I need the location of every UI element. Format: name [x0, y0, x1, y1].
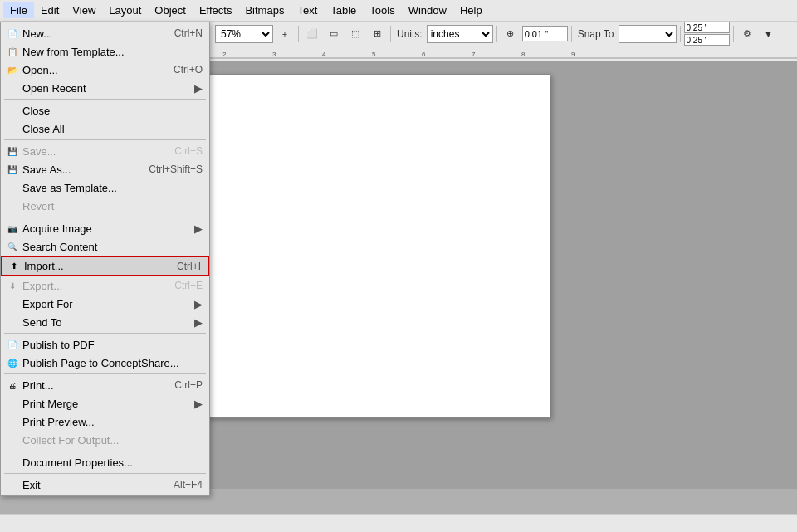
- acquire-icon: 📷: [6, 222, 19, 235]
- page-btn1[interactable]: ⬜: [302, 24, 322, 44]
- menu-item-print[interactable]: 🖨 Print... Ctrl+P: [1, 376, 209, 394]
- sep7: [571, 26, 572, 42]
- menu-bitmaps[interactable]: Bitmaps: [238, 2, 291, 18]
- menu-item-publish-concept[interactable]: 🌐 Publish Page to ConceptShare...: [1, 354, 209, 372]
- sep-4: [4, 333, 206, 334]
- dropdown-menu-content: 📄 New... Ctrl+N 📋 New from Template... 📂…: [0, 22, 210, 496]
- sep5: [390, 26, 391, 42]
- menu-item-doc-properties[interactable]: Document Properties...: [1, 453, 209, 471]
- svg-text:2: 2: [222, 51, 227, 58]
- publish-pdf-icon: 📄: [6, 338, 19, 351]
- save-as-icon: 💾: [6, 163, 19, 176]
- new-template-icon: 📋: [6, 45, 19, 58]
- units-label: Units:: [394, 28, 425, 40]
- menu-item-close-all[interactable]: Close All: [1, 120, 209, 138]
- menu-object[interactable]: Object: [148, 2, 193, 18]
- menu-item-print-preview[interactable]: Print Preview...: [1, 412, 209, 431]
- acquire-arrow-icon: ▶: [194, 222, 203, 235]
- menu-item-revert[interactable]: Revert: [1, 197, 209, 215]
- page-btn3[interactable]: ⬚: [345, 24, 365, 44]
- document-page: [206, 74, 550, 418]
- menu-view[interactable]: View: [66, 2, 102, 18]
- publish-concept-icon: 🌐: [6, 356, 19, 369]
- menu-layout[interactable]: Layout: [102, 2, 148, 18]
- import-menu-icon: ⬆: [7, 260, 21, 273]
- sep4: [298, 26, 299, 42]
- svg-text:8: 8: [521, 51, 526, 58]
- options-btn[interactable]: ⚙: [737, 24, 757, 44]
- menu-item-import[interactable]: ⬆ Import... Ctrl+I: [1, 256, 209, 276]
- menu-bar: File Edit View Layout Object Effects Bit…: [0, 0, 797, 22]
- sep-2: [4, 139, 206, 140]
- svg-text:6: 6: [422, 51, 426, 58]
- menu-item-exit[interactable]: Exit Alt+F4: [1, 476, 209, 494]
- svg-text:3: 3: [272, 51, 276, 58]
- menu-edit[interactable]: Edit: [34, 2, 66, 18]
- menu-item-new-template[interactable]: 📋 New from Template...: [1, 42, 209, 61]
- svg-text:7: 7: [472, 51, 476, 58]
- menu-text[interactable]: Text: [291, 2, 324, 18]
- snap-select[interactable]: [619, 25, 677, 43]
- zoom-select[interactable]: 57%: [215, 25, 273, 43]
- nudge-input1[interactable]: [522, 26, 568, 41]
- file-menu-dropdown: 📄 New... Ctrl+N 📋 New from Template... 📂…: [0, 22, 210, 496]
- svg-text:4: 4: [322, 51, 326, 58]
- menu-tools[interactable]: Tools: [363, 2, 401, 18]
- menu-item-open[interactable]: 📂 Open... Ctrl+O: [1, 61, 209, 79]
- menu-help[interactable]: Help: [453, 2, 489, 18]
- menu-item-collect[interactable]: Collect For Output...: [1, 431, 209, 449]
- menu-item-print-merge[interactable]: Print Merge ▶: [1, 394, 209, 412]
- sep-3: [4, 217, 206, 217]
- menu-item-export-for[interactable]: Export For ▶: [1, 295, 209, 313]
- menu-item-open-recent[interactable]: Open Recent ▶: [1, 79, 209, 97]
- sep-5: [4, 373, 206, 374]
- zoom-in-btn[interactable]: +: [275, 24, 295, 44]
- open-icon: 📂: [6, 63, 19, 76]
- search-content-icon: 🔍: [6, 240, 19, 253]
- menu-effects[interactable]: Effects: [193, 2, 239, 18]
- snap-label: Snap To: [575, 28, 617, 40]
- svg-text:9: 9: [571, 51, 575, 58]
- menu-item-publish-pdf[interactable]: 📄 Publish to PDF: [1, 335, 209, 354]
- sep-1: [4, 99, 206, 100]
- export-menu-icon: ⬇: [6, 279, 19, 292]
- sep9: [733, 26, 734, 42]
- menu-item-new[interactable]: 📄 New... Ctrl+N: [1, 24, 209, 42]
- save-icon: 💾: [6, 144, 19, 158]
- menu-item-save-template[interactable]: Save as Template...: [1, 178, 209, 197]
- status-bar: [0, 514, 797, 532]
- new-icon: 📄: [6, 27, 19, 40]
- page-btn2[interactable]: ▭: [324, 24, 344, 44]
- more-btn[interactable]: ▼: [759, 24, 779, 44]
- menu-item-acquire[interactable]: 📷 Acquire Image ▶: [1, 219, 209, 237]
- menu-table[interactable]: Table: [324, 2, 363, 18]
- sep6: [496, 26, 497, 42]
- menu-file[interactable]: File: [3, 2, 34, 18]
- menu-item-export[interactable]: ⬇ Export... Ctrl+E: [1, 276, 209, 295]
- page-btn4[interactable]: ⊞: [367, 24, 387, 44]
- print-merge-arrow-icon: ▶: [194, 398, 203, 410]
- menu-item-close[interactable]: Close: [1, 101, 209, 120]
- sep-7: [4, 473, 206, 474]
- menu-item-send-to[interactable]: Send To ▶: [1, 313, 209, 331]
- sep-6: [4, 451, 206, 451]
- arrow-icon: ▶: [194, 82, 203, 95]
- menu-item-search-content[interactable]: 🔍 Search Content: [1, 237, 209, 256]
- menu-item-save-as[interactable]: 💾 Save As... Ctrl+Shift+S: [1, 160, 209, 178]
- sep8: [680, 26, 681, 42]
- nudge-input3[interactable]: [684, 34, 730, 46]
- print-icon: 🖨: [6, 378, 19, 392]
- nudge-icon: ⊕: [501, 24, 521, 44]
- svg-text:5: 5: [372, 51, 376, 58]
- units-select[interactable]: inches: [427, 25, 493, 43]
- nudge-input2[interactable]: [684, 22, 730, 33]
- menu-item-save[interactable]: 💾 Save... Ctrl+S: [1, 142, 209, 160]
- menu-window[interactable]: Window: [402, 2, 453, 18]
- nudge-group2: [684, 22, 730, 46]
- send-to-arrow-icon: ▶: [194, 316, 203, 329]
- nudge-group: [522, 26, 568, 41]
- export-for-arrow-icon: ▶: [194, 298, 203, 310]
